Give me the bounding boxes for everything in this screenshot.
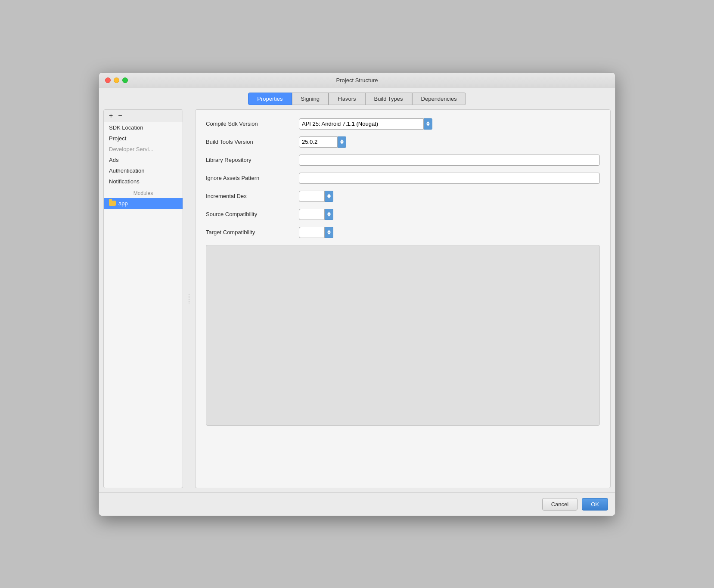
ignore-assets-pattern-control bbox=[299, 173, 600, 184]
build-tools-version-row: Build Tools Version 25.0.2 bbox=[206, 136, 600, 148]
ignore-assets-pattern-row: Ignore Assets Pattern bbox=[206, 173, 600, 184]
tab-build-types[interactable]: Build Types bbox=[365, 93, 412, 105]
incremental-dex-spinner[interactable] bbox=[325, 191, 333, 202]
source-compatibility-spinner[interactable] bbox=[325, 209, 333, 220]
spinner-up-icon bbox=[426, 121, 430, 124]
resize-handle[interactable] bbox=[187, 109, 191, 488]
source-compatibility-select[interactable] bbox=[299, 209, 325, 220]
compile-sdk-version-row: Compile Sdk Version API 25: Android 7.1.… bbox=[206, 118, 600, 130]
sidebar-item-ads[interactable]: Ads bbox=[104, 155, 183, 165]
sidebar-item-project[interactable]: Project bbox=[104, 133, 183, 144]
content-area: + − SDK Location Project Developer Servi… bbox=[99, 105, 615, 492]
compile-sdk-version-spinner[interactable] bbox=[424, 118, 432, 130]
spinner-down-icon bbox=[327, 196, 331, 198]
main-panel: Compile Sdk Version API 25: Android 7.1.… bbox=[195, 109, 611, 488]
spinner-down-icon bbox=[327, 214, 331, 217]
build-tools-version-label: Build Tools Version bbox=[206, 139, 292, 145]
build-tools-version-control: 25.0.2 bbox=[299, 136, 600, 148]
sidebar: + − SDK Location Project Developer Servi… bbox=[103, 109, 183, 488]
library-repository-row: Library Repository bbox=[206, 155, 600, 166]
bottom-panel bbox=[206, 245, 600, 426]
incremental-dex-control bbox=[299, 191, 600, 202]
sidebar-item-notifications[interactable]: Notifications bbox=[104, 176, 183, 187]
footer: Cancel OK bbox=[99, 492, 615, 516]
tab-dependencies[interactable]: Dependencies bbox=[412, 93, 466, 105]
target-compatibility-label: Target Compatibility bbox=[206, 229, 292, 235]
build-tools-version-spinner[interactable] bbox=[338, 136, 346, 148]
spinner-up-icon bbox=[327, 230, 331, 232]
build-tools-version-select[interactable]: 25.0.2 bbox=[299, 136, 338, 148]
minimize-button[interactable] bbox=[114, 77, 119, 83]
window-title: Project Structure bbox=[336, 77, 378, 84]
cancel-button[interactable]: Cancel bbox=[542, 498, 577, 511]
spinner-down-icon bbox=[426, 124, 430, 126]
ok-button[interactable]: OK bbox=[582, 498, 608, 511]
compile-sdk-version-control: API 25: Android 7.1.1 (Nougat) bbox=[299, 118, 600, 130]
spinner-up-icon bbox=[340, 139, 344, 142]
target-compatibility-row: Target Compatibility bbox=[206, 227, 600, 238]
tab-flavors[interactable]: Flavors bbox=[329, 93, 365, 105]
tab-signing[interactable]: Signing bbox=[292, 93, 329, 105]
ignore-assets-pattern-input[interactable] bbox=[299, 173, 600, 184]
close-button[interactable] bbox=[105, 77, 111, 83]
modules-section-label: Modules bbox=[104, 187, 183, 198]
sidebar-item-authentication[interactable]: Authentication bbox=[104, 165, 183, 176]
library-repository-control bbox=[299, 155, 600, 166]
target-compatibility-select[interactable] bbox=[299, 227, 325, 238]
sidebar-item-sdk-location[interactable]: SDK Location bbox=[104, 122, 183, 133]
folder-icon bbox=[109, 201, 116, 206]
traffic-lights bbox=[105, 77, 128, 83]
sidebar-item-developer-services[interactable]: Developer Servi... bbox=[104, 144, 183, 155]
incremental-dex-select[interactable] bbox=[299, 191, 325, 202]
spinner-up-icon bbox=[327, 194, 331, 196]
sidebar-toolbar: + − bbox=[104, 110, 183, 122]
library-repository-label: Library Repository bbox=[206, 157, 292, 163]
title-bar: Project Structure bbox=[99, 73, 615, 88]
ignore-assets-pattern-label: Ignore Assets Pattern bbox=[206, 175, 292, 181]
source-compatibility-row: Source Compatibility bbox=[206, 209, 600, 220]
sidebar-item-app[interactable]: app bbox=[104, 198, 183, 209]
spinner-down-icon bbox=[340, 142, 344, 144]
project-structure-window: Project Structure Properties Signing Fla… bbox=[99, 72, 615, 516]
compile-sdk-version-label: Compile Sdk Version bbox=[206, 121, 292, 127]
compile-sdk-version-select[interactable]: API 25: Android 7.1.1 (Nougat) bbox=[299, 118, 424, 130]
incremental-dex-row: Incremental Dex bbox=[206, 191, 600, 202]
maximize-button[interactable] bbox=[122, 77, 128, 83]
add-button[interactable]: + bbox=[108, 112, 114, 119]
sidebar-item-app-label: app bbox=[118, 200, 128, 207]
incremental-dex-label: Incremental Dex bbox=[206, 193, 292, 199]
source-compatibility-label: Source Compatibility bbox=[206, 211, 292, 217]
target-compatibility-spinner[interactable] bbox=[325, 227, 333, 238]
remove-button[interactable]: − bbox=[117, 112, 123, 119]
tab-properties[interactable]: Properties bbox=[248, 93, 292, 105]
library-repository-input[interactable] bbox=[299, 155, 600, 166]
spinner-down-icon bbox=[327, 232, 331, 235]
spinner-up-icon bbox=[327, 212, 331, 214]
target-compatibility-control bbox=[299, 227, 600, 238]
source-compatibility-control bbox=[299, 209, 600, 220]
tab-bar: Properties Signing Flavors Build Types D… bbox=[99, 88, 615, 105]
